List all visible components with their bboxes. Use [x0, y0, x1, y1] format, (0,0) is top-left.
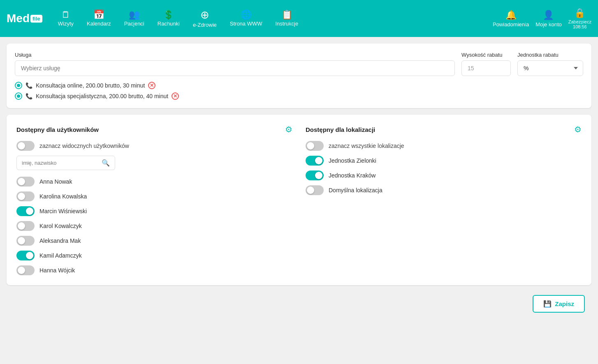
- powiadomienia-button[interactable]: 🔔 Powiadomienia: [493, 10, 529, 28]
- location-row-0: Jednostka Zielonki: [306, 156, 582, 166]
- user-row-5: Kamil Adamczyk: [16, 251, 292, 260]
- nav-pacjenci[interactable]: 👥 Pacjenci: [118, 7, 150, 30]
- user-toggle-1[interactable]: [16, 191, 35, 201]
- location-name-0: Jednostka Zielonki: [329, 157, 376, 164]
- user-row-4: Aleksandra Mak: [16, 236, 292, 246]
- user-name-0: Anna Nowak: [39, 178, 72, 185]
- availability-card: Dostępny dla użytkowników ⚙ zaznacz wido…: [7, 115, 591, 285]
- users-section-title: Dostępny dla użytkowników: [16, 126, 99, 133]
- nav-strona-www-label: Strona WWW: [230, 21, 262, 27]
- user-toggle-0[interactable]: [16, 177, 35, 187]
- radio-1[interactable]: [15, 92, 22, 100]
- search-icon: 🔍: [102, 159, 110, 167]
- locations-list: Jednostka Zielonki Jednostka Kraków Domy…: [306, 156, 582, 195]
- nav-wizyty[interactable]: 🗒 Wizyty: [52, 7, 79, 30]
- logo[interactable]: Med file: [7, 13, 42, 24]
- user-row-3: Karol Kowalczyk: [16, 221, 292, 231]
- users-search-box: 🔍: [16, 156, 115, 170]
- nav-kalendarz[interactable]: 📅 Kalendarz: [81, 7, 117, 30]
- rachunki-icon: 💲: [163, 10, 174, 19]
- save-icon: 💾: [543, 300, 552, 308]
- service-label: Usługa: [15, 52, 455, 58]
- nav-e-zdrowie-label: e-Zdrowie: [193, 22, 217, 28]
- rabat-unit-group: Jednostka rabatu % PLN: [517, 52, 583, 76]
- locations-select-all-label: zaznacz wszystkie lokalizacje: [329, 143, 404, 149]
- users-column: Dostępny dla użytkowników ⚙ zaznacz wido…: [16, 124, 292, 275]
- user-name-4: Aleksandra Mak: [39, 237, 81, 244]
- users-select-all-toggle[interactable]: [16, 141, 35, 151]
- nav-rachunki-label: Rachunki: [158, 21, 180, 27]
- zabezpiecz-label: Zabezpiecz: [568, 19, 591, 24]
- user-toggle-4[interactable]: [16, 236, 35, 246]
- locations-column: Dostępny dla lokalizacji ⚙ zaznacz wszys…: [306, 124, 582, 275]
- nav-wizyty-label: Wizyty: [58, 21, 74, 27]
- users-select-all-row: zaznacz widocznych użytkowników: [16, 141, 292, 151]
- service-tag-text-0: Konsultacja online, 200.00 brutto, 30 mi…: [36, 82, 145, 89]
- user-name-1: Karolina Kowalska: [39, 193, 87, 200]
- rabat-unit-select[interactable]: % PLN: [517, 60, 583, 76]
- service-tags-list: 📞 Konsultacja online, 200.00 brutto, 30 …: [15, 82, 583, 100]
- nav-strona-www[interactable]: 🌐 Strona WWW: [224, 7, 268, 30]
- nav-right: 🔔 Powiadomienia 👤 Moje konto 🔒 Zabezpiec…: [493, 8, 591, 29]
- pacjenci-icon: 👥: [129, 10, 140, 19]
- zabezpiecz-time: 108:56: [573, 24, 587, 29]
- moje-konto-label: Moje konto: [535, 21, 562, 28]
- e-zdrowie-icon: ⊕: [200, 9, 209, 21]
- nav-instrukcje[interactable]: 📋 Instrukcje: [270, 7, 304, 30]
- main-nav: 🗒 Wizyty 📅 Kalendarz 👥 Pacjenci 💲 Rachun…: [52, 6, 489, 32]
- availability-columns: Dostępny dla użytkowników ⚙ zaznacz wido…: [16, 124, 582, 275]
- save-label: Zapisz: [555, 300, 574, 307]
- bottom-bar: 💾 Zapisz: [7, 292, 591, 319]
- radio-0[interactable]: [15, 82, 22, 89]
- user-toggle-5[interactable]: [16, 251, 35, 260]
- location-name-1: Jednostka Kraków: [329, 172, 375, 179]
- service-tag-0: 📞 Konsultacja online, 200.00 brutto, 30 …: [15, 82, 583, 89]
- moje-konto-button[interactable]: 👤 Moje konto: [535, 10, 562, 28]
- rabat-unit-label: Jednostka rabatu: [517, 52, 583, 58]
- remove-btn-0[interactable]: ✕: [148, 82, 155, 89]
- location-row-2: Domyślna lokalizacja: [306, 185, 582, 195]
- users-search-input[interactable]: [22, 160, 102, 166]
- location-toggle-2[interactable]: [306, 185, 324, 195]
- service-card: Usługa Wysokość rabatu Jednostka rabatu …: [7, 44, 591, 108]
- user-toggle-2[interactable]: [16, 206, 35, 216]
- instrukcje-icon: 📋: [281, 10, 292, 19]
- user-name-6: Hanna Wójcik: [39, 267, 75, 274]
- user-row-0: Anna Nowak: [16, 177, 292, 187]
- nav-e-zdrowie[interactable]: ⊕ e-Zdrowie: [187, 6, 223, 32]
- zabezpiecz-label-group: Zabezpiecz 108:56: [568, 19, 591, 29]
- locations-select-all-toggle[interactable]: [306, 141, 324, 151]
- zabezpiecz-button[interactable]: 🔒 Zabezpiecz 108:56: [568, 8, 591, 29]
- powiadomienia-label: Powiadomienia: [493, 21, 529, 28]
- location-toggle-1[interactable]: [306, 170, 324, 180]
- locations-section-header: Dostępny dla lokalizacji ⚙: [306, 124, 582, 134]
- user-row-2: Marcin Wiśniewski: [16, 206, 292, 216]
- user-toggle-3[interactable]: [16, 221, 35, 231]
- users-section-header: Dostępny dla użytkowników ⚙: [16, 124, 292, 134]
- location-toggle-0[interactable]: [306, 156, 324, 166]
- service-tag-1: 📞 Konsultacja specjalistyczna, 200.00 br…: [15, 92, 583, 100]
- locations-gear-icon[interactable]: ⚙: [574, 124, 582, 134]
- save-button[interactable]: 💾 Zapisz: [533, 295, 585, 313]
- phone-icon-0: 📞: [25, 82, 32, 89]
- user-toggle-6[interactable]: [16, 265, 35, 275]
- rabat-height-group: Wysokość rabatu: [461, 52, 511, 76]
- users-list: Anna Nowak Karolina Kowalska Marcin Wiśn…: [16, 177, 292, 275]
- logo-file: file: [30, 15, 42, 23]
- bell-icon: 🔔: [505, 10, 517, 21]
- header: Med file 🗒 Wizyty 📅 Kalendarz 👥 Pacjenci…: [0, 0, 598, 37]
- remove-btn-1[interactable]: ✕: [172, 92, 179, 100]
- rabat-height-input[interactable]: [461, 60, 511, 76]
- user-icon: 👤: [543, 10, 554, 21]
- kalendarz-icon: 📅: [93, 10, 104, 19]
- service-tag-text-1: Konsultacja specjalistyczna, 200.00 brut…: [36, 93, 168, 99]
- location-row-1: Jednostka Kraków: [306, 170, 582, 180]
- location-name-2: Domyślna lokalizacja: [329, 187, 382, 194]
- users-gear-icon[interactable]: ⚙: [285, 124, 292, 134]
- phone-icon-1: 📞: [25, 93, 32, 99]
- logo-med: Med: [7, 13, 30, 24]
- user-row-1: Karolina Kowalska: [16, 191, 292, 201]
- main-content: Usługa Wysokość rabatu Jednostka rabatu …: [0, 37, 598, 364]
- service-input[interactable]: [15, 60, 455, 76]
- nav-rachunki[interactable]: 💲 Rachunki: [152, 7, 185, 30]
